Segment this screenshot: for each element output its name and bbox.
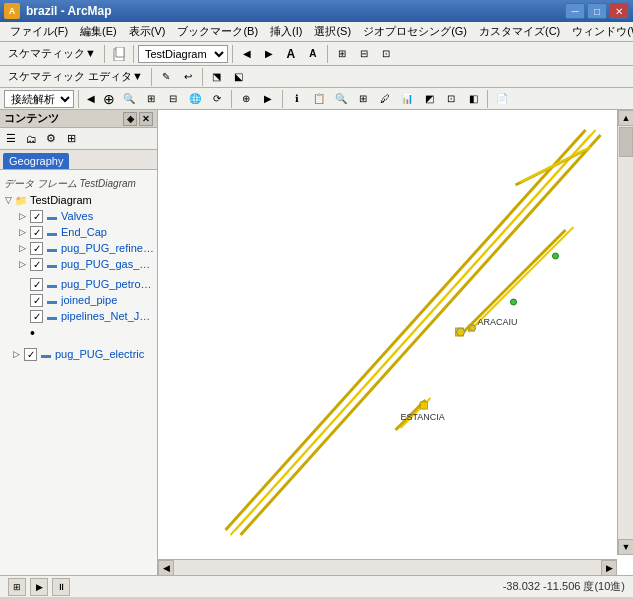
analysis-btn4[interactable]: ⊞ — [141, 89, 161, 109]
schematic-btn5[interactable]: A — [303, 44, 323, 64]
analysis-btn8[interactable]: ⊕ — [236, 89, 256, 109]
panel-header: コンテンツ ◈ ✕ — [0, 110, 157, 128]
scroll-track-h[interactable] — [174, 560, 601, 575]
menu-edit[interactable]: 編集(E) — [74, 22, 123, 41]
analysis-btn10[interactable]: ℹ — [287, 89, 307, 109]
minimize-button[interactable]: ─ — [565, 3, 585, 19]
expand-icon[interactable]: ▷ — [10, 348, 22, 360]
expand-icon[interactable]: ▽ — [2, 194, 14, 206]
panel-title: コンテンツ — [4, 111, 59, 126]
list-item[interactable]: ▷ ✓ ▬ pug_PUG_electric — [2, 346, 155, 362]
panel-undock-btn[interactable]: ◈ — [123, 112, 137, 126]
menu-bookmark[interactable]: ブックマーク(B) — [171, 22, 264, 41]
layer-checkbox[interactable]: ✓ — [30, 226, 43, 239]
analysis-dropdown[interactable]: 接続解析 — [4, 90, 74, 108]
main-area: コンテンツ ◈ ✕ ☰ 🗂 ⚙ ⊞ Geography データ フレーム Tes… — [0, 110, 633, 575]
list-item[interactable]: ▷ ✓ ▬ pug_PUG_petrochem_a... — [2, 276, 155, 292]
tree-view-btn[interactable]: 🗂 — [22, 130, 40, 148]
list-item[interactable]: ▷ ✓ ▬ pug_PUG_refineries — [2, 240, 155, 256]
pause-btn[interactable]: ⏸ — [52, 578, 70, 596]
layer-checkbox[interactable]: ✓ — [30, 278, 43, 291]
list-view-btn[interactable]: ☰ — [2, 130, 20, 148]
schematic-btn2[interactable]: ◀ — [237, 44, 257, 64]
analysis-btn13[interactable]: ⊞ — [353, 89, 373, 109]
analysis-btn7[interactable]: ⟳ — [207, 89, 227, 109]
scroll-track-v[interactable] — [618, 126, 633, 539]
editor-btn2[interactable]: ↩ — [178, 67, 198, 87]
coordinates-display: -38.032 -11.506 度(10進) — [503, 579, 625, 594]
analysis-btn19[interactable]: 📄 — [492, 89, 512, 109]
expand-icon[interactable]: ▷ — [16, 242, 28, 254]
scroll-left-button[interactable]: ◀ — [158, 560, 174, 575]
menu-insert[interactable]: 挿入(I) — [264, 22, 308, 41]
title-controls[interactable]: ─ □ ✕ — [565, 3, 629, 19]
menu-window[interactable]: ウィンドウ(W) — [566, 22, 633, 41]
analysis-btn11[interactable]: 📋 — [309, 89, 329, 109]
analysis-btn5[interactable]: ⊟ — [163, 89, 183, 109]
map-scale-btn[interactable]: ⊞ — [8, 578, 26, 596]
scroll-up-button[interactable]: ▲ — [618, 110, 633, 126]
panel-close-btn[interactable]: ✕ — [139, 112, 153, 126]
scroll-down-button[interactable]: ▼ — [618, 539, 633, 555]
menu-geoprocessing[interactable]: ジオプロセシング(G) — [357, 22, 473, 41]
schematic-btn1[interactable] — [109, 44, 129, 64]
tree-section: データ フレーム TestDiagram ▽ 📁 TestDiagram ▷ ✓… — [2, 176, 155, 362]
analysis-btn1[interactable]: ◀ — [83, 89, 99, 109]
geography-tab[interactable]: Geography — [3, 153, 69, 169]
svg-point-14 — [470, 325, 476, 331]
maximize-button[interactable]: □ — [587, 3, 607, 19]
layer-checkbox[interactable]: ✓ — [30, 294, 43, 307]
layer-checkbox[interactable]: ✓ — [30, 258, 43, 271]
title-bar: A brazil - ArcMap ─ □ ✕ — [0, 0, 633, 22]
analysis-btn6[interactable]: 🌐 — [185, 89, 205, 109]
list-item[interactable]: ▷ ✓ ▬ joined_pipe — [2, 292, 155, 308]
analysis-btn9[interactable]: ▶ — [258, 89, 278, 109]
menu-select[interactable]: 選択(S) — [308, 22, 357, 41]
layer-checkbox[interactable]: ✓ — [30, 310, 43, 323]
options-btn[interactable]: ⚙ — [42, 130, 60, 148]
layer-checkbox[interactable]: ✓ — [30, 210, 43, 223]
scroll-right-button[interactable]: ▶ — [601, 560, 617, 575]
list-item[interactable]: ▽ 📁 TestDiagram — [2, 192, 155, 208]
menu-file[interactable]: ファイル(F) — [4, 22, 74, 41]
title-bar-left: A brazil - ArcMap — [4, 3, 112, 19]
list-item[interactable]: ▷ ✓ ▬ pipelines_Net_Junctions — [2, 308, 155, 324]
layer-checkbox[interactable]: ✓ — [24, 348, 37, 361]
list-item[interactable]: ▷ ✓ ▬ pug_PUG_gas_plants — [2, 256, 155, 272]
play-btn[interactable]: ▶ — [30, 578, 48, 596]
editor-btn3[interactable]: ⬔ — [207, 67, 227, 87]
schematic-editor-label[interactable]: スケマティック エディタ▼ — [4, 69, 147, 84]
diagram-dropdown[interactable]: TestDiagram — [138, 45, 228, 63]
analysis-btn18[interactable]: ◧ — [463, 89, 483, 109]
menu-view[interactable]: 表示(V) — [123, 22, 172, 41]
expand-icon[interactable]: ▷ — [16, 258, 28, 270]
schematic-btn6[interactable]: ⊞ — [332, 44, 352, 64]
list-item: • — [2, 324, 155, 342]
schematic-btn3[interactable]: ▶ — [259, 44, 279, 64]
analysis-btn3[interactable]: 🔍 — [119, 89, 139, 109]
schematic-label[interactable]: スケマティック▼ — [4, 46, 100, 61]
layer-checkbox[interactable]: ✓ — [30, 242, 43, 255]
expand-icon[interactable]: ▷ — [16, 226, 28, 238]
expand-all-btn[interactable]: ⊞ — [62, 130, 80, 148]
analysis-btn16[interactable]: ◩ — [419, 89, 439, 109]
scroll-thumb-v[interactable] — [619, 127, 633, 157]
analysis-btn2[interactable]: ⊕ — [101, 89, 117, 109]
panel-controls[interactable]: ◈ ✕ — [123, 112, 153, 126]
editor-btn1[interactable]: ✎ — [156, 67, 176, 87]
editor-btn4[interactable]: ⬕ — [229, 67, 249, 87]
list-item[interactable]: ▷ ✓ ▬ End_Cap — [2, 224, 155, 240]
menu-customize[interactable]: カスタマイズ(C) — [473, 22, 566, 41]
analysis-btn12[interactable]: 🔍 — [331, 89, 351, 109]
close-button[interactable]: ✕ — [609, 3, 629, 19]
schematic-btn7[interactable]: ⊟ — [354, 44, 374, 64]
analysis-btn15[interactable]: 📊 — [397, 89, 417, 109]
schematic-btn4[interactable]: A — [281, 44, 301, 64]
expand-icon[interactable]: ▷ — [16, 210, 28, 222]
list-item[interactable]: ▷ ✓ ▬ Valves — [2, 208, 155, 224]
analysis-btn17[interactable]: ⊡ — [441, 89, 461, 109]
map-area[interactable]: ARACAIU ESTANCIA ▲ ▼ — [158, 110, 633, 575]
schematic-btn8[interactable]: ⊡ — [376, 44, 396, 64]
analysis-btn14[interactable]: 🖊 — [375, 89, 395, 109]
svg-rect-1 — [116, 47, 124, 57]
